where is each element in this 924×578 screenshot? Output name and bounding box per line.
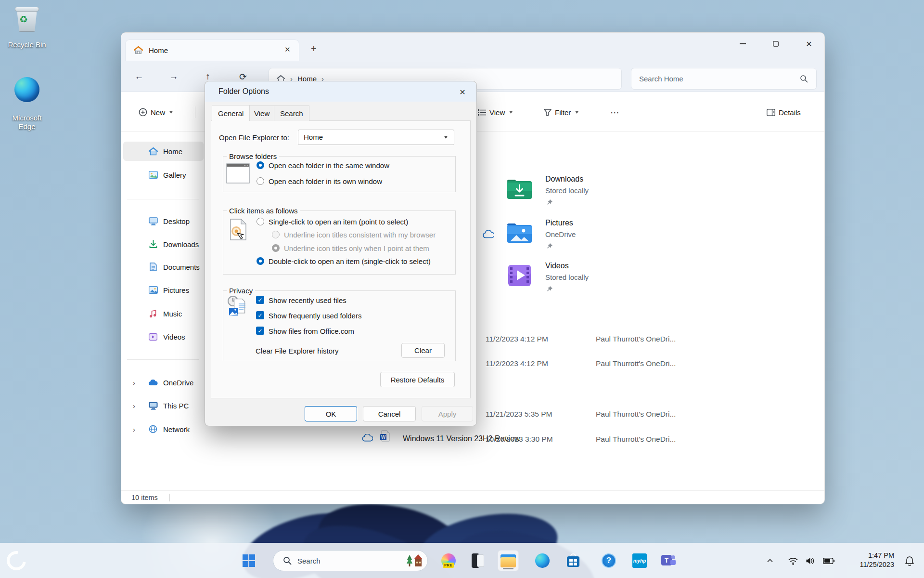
radio-label[interactable]: Double-click to open an item (single-cli… (269, 257, 431, 265)
sidebar-item-label: Downloads (163, 240, 199, 249)
sidebar-item-music[interactable]: Music (123, 304, 204, 323)
desktop-icon (148, 216, 158, 226)
radio-double-click[interactable] (257, 257, 264, 265)
radio-own-window[interactable] (257, 177, 264, 185)
file-date: 11/21/2023 5:35 PM (486, 410, 552, 419)
browse-folders-legend: Browse folders (227, 152, 279, 160)
tab-general[interactable]: General (212, 105, 250, 121)
store-icon (566, 553, 580, 568)
get-help-button[interactable]: ? (598, 550, 619, 571)
start-button[interactable] (238, 550, 259, 571)
radio-single-click[interactable] (257, 218, 264, 225)
sidebar-item-videos[interactable]: Videos (123, 327, 204, 346)
teams-button[interactable]: T (658, 550, 679, 571)
dropdown-value: Home (304, 133, 323, 141)
myhp-button[interactable]: myhp (629, 550, 650, 571)
taskbar-search-label: Search (297, 557, 406, 565)
tab-home[interactable]: Home ✕ (125, 39, 299, 61)
dialog-close-icon[interactable]: ✕ (454, 85, 471, 99)
radio-same-window[interactable] (257, 161, 264, 169)
sidebar-item-pictures[interactable]: Pictures (123, 280, 204, 300)
forward-icon[interactable]: → (165, 70, 182, 83)
chevron-right-icon[interactable]: › (133, 425, 135, 434)
open-to-dropdown[interactable]: Home ▼ (298, 130, 454, 145)
widgets-weather-icon[interactable] (3, 547, 30, 574)
new-button[interactable]: New ▼ (136, 104, 177, 121)
battery-tray-icon[interactable] (819, 550, 838, 571)
checkbox-recent-files[interactable]: ✓ (256, 296, 264, 304)
close-icon[interactable]: ✕ (798, 37, 820, 51)
sidebar: Home Gallery Desktop Downloads Documents (121, 131, 204, 490)
tab-search[interactable]: Search (274, 105, 309, 121)
item-count: 10 items (131, 494, 158, 501)
volume-tray-icon[interactable] (802, 550, 819, 571)
sidebar-item-desktop[interactable]: Desktop (123, 211, 204, 231)
cancel-button[interactable]: Cancel (363, 406, 416, 421)
maximize-icon[interactable] (765, 37, 787, 51)
search-highlight-icon (406, 553, 423, 568)
microsoft-store-button[interactable] (563, 550, 584, 571)
more-options-button[interactable]: ⋯ (607, 104, 622, 121)
tray-chevron-up[interactable] (762, 550, 778, 571)
radio-label[interactable]: Single-click to open an item (point to s… (269, 218, 408, 226)
checkbox-label[interactable]: Show recently used files (269, 296, 346, 304)
file-date: 11/2/2023 4:12 PM (486, 359, 548, 368)
taskbar-clock[interactable]: 1:47 PM 11/25/2023 (860, 551, 895, 569)
search-icon[interactable] (799, 74, 808, 84)
sidebar-item-gallery[interactable]: Gallery (123, 165, 204, 184)
open-to-label: Open File Explorer to: (219, 133, 289, 142)
network-icon (148, 424, 158, 434)
checkbox-label[interactable]: Show frequently used folders (269, 312, 361, 320)
chevron-right-icon[interactable]: › (133, 402, 135, 410)
videos-icon (148, 332, 158, 342)
windows-logo-icon (243, 554, 255, 567)
file-date: 11/2/2023 4:12 PM (486, 335, 548, 343)
wifi-tray-icon[interactable] (784, 550, 802, 571)
chevron-up-icon (767, 559, 773, 563)
toolbar-divider (195, 106, 195, 118)
home-tab-icon (133, 46, 143, 55)
ok-button[interactable]: OK (305, 406, 357, 421)
back-icon[interactable]: ← (130, 70, 148, 83)
new-tab-icon[interactable]: + (311, 43, 317, 54)
minimize-icon[interactable] (732, 37, 754, 51)
radio-label[interactable]: Open each folder in the same window (269, 161, 389, 170)
tab-title: Home (149, 46, 168, 54)
notifications-bell-icon[interactable] (900, 550, 919, 571)
sidebar-item-home[interactable]: Home (123, 142, 204, 161)
checkbox-frequent-folders[interactable]: ✓ (256, 311, 264, 319)
edge-button[interactable] (532, 550, 553, 571)
sidebar-item-label: Home (163, 147, 182, 156)
chevron-right-icon[interactable]: › (133, 379, 135, 387)
radio-label: Underline icon titles only when I point … (284, 244, 429, 252)
chevron-down-icon: ▼ (574, 110, 579, 115)
dialog-titlebar[interactable]: Folder Options ✕ (205, 81, 476, 102)
sidebar-item-this-pc[interactable]: › This PC (123, 396, 204, 415)
search-box[interactable]: Search Home (631, 68, 817, 90)
clear-history-label: Clear File Explorer history (256, 347, 339, 355)
apply-button[interactable]: Apply (422, 406, 473, 421)
tab-view[interactable]: View (248, 105, 276, 121)
sidebar-item-downloads[interactable]: Downloads (123, 235, 204, 254)
checkbox-label[interactable]: Show files from Office.com (269, 327, 354, 335)
details-button[interactable]: Details (764, 104, 804, 121)
apply-label: Apply (438, 410, 457, 418)
sidebar-item-onedrive[interactable]: › OneDrive (123, 373, 204, 392)
restore-defaults-button[interactable]: Restore Defaults (380, 372, 455, 387)
edge-desktop-icon[interactable] (14, 77, 39, 102)
sidebar-item-documents[interactable]: Documents (123, 257, 204, 276)
sidebar-item-network[interactable]: › Network (123, 420, 204, 439)
phone-link-button[interactable] (468, 550, 489, 571)
file-explorer-button[interactable] (498, 550, 519, 571)
checkbox-office-files[interactable]: ✓ (256, 327, 264, 335)
clear-button[interactable]: Clear (401, 343, 445, 358)
status-divider (169, 494, 170, 501)
copilot-button[interactable]: PRE (438, 550, 459, 571)
recycle-bin-icon[interactable]: ♻ (15, 6, 39, 34)
radio-label[interactable]: Open each folder in its own window (269, 177, 382, 185)
filter-button[interactable]: Filter ▼ (541, 104, 582, 121)
status-bar: 10 items (121, 490, 824, 504)
taskbar-search[interactable]: Search (273, 550, 428, 571)
tab-close-icon[interactable]: ✕ (284, 45, 291, 54)
view-button[interactable]: View ▼ (475, 104, 516, 121)
